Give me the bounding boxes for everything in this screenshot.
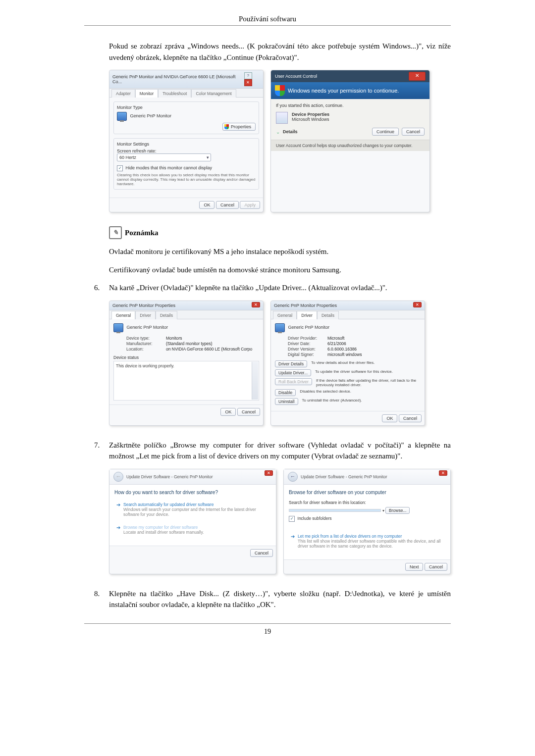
tabs-row: Adapter Monitor Troubleshoot Color Manag… [109, 89, 263, 98]
properties-button[interactable]: Properties [222, 123, 256, 131]
step-number: 7. [94, 440, 109, 462]
action-desc: To uninstall the driver (Advanced). [302, 398, 421, 403]
intro-paragraph: Pokud se zobrazí zpráva „Windows needs..… [84, 41, 451, 63]
option-sub: Windows will search your computer and th… [123, 507, 269, 517]
tab-general[interactable]: General [111, 311, 135, 319]
option-title: Browse my computer for driver software [123, 525, 204, 530]
monitor-name: Generic PnP Monitor [130, 113, 171, 118]
page-header: Používání softwaru [84, 15, 451, 26]
back-icon[interactable]: ← [113, 472, 123, 482]
close-icon[interactable]: ✕ [252, 302, 260, 307]
uac-app-vendor: Microsoft Windows [292, 117, 329, 122]
device-properties-driver: Generic PnP Monitor Properties ✕ General… [270, 301, 425, 426]
update-driver-button[interactable]: Update Driver... [275, 369, 311, 376]
close-icon[interactable]: ✕ [439, 470, 447, 476]
tab-adapter[interactable]: Adapter [111, 89, 135, 98]
dialog-title: Generic PnP Monitor Properties [112, 303, 175, 308]
ok-button[interactable]: OK [199, 201, 214, 209]
dialog-title: Generic PnP Monitor Properties [274, 303, 337, 308]
hide-modes-label: Hide modes that this monitor cannot disp… [126, 165, 213, 170]
kv-val: on NVIDIA GeForce 6600 LE (Microsoft Cor… [166, 347, 252, 352]
action-desc: Disables the selected device. [300, 389, 421, 394]
close-icon[interactable]: ✕ [409, 72, 426, 81]
hide-modes-checkbox[interactable]: ✓ [117, 165, 123, 171]
tab-details[interactable]: Details [317, 311, 339, 319]
refresh-rate-label: Screen refresh rate: [117, 149, 256, 153]
device-status-label: Device status [113, 355, 259, 360]
option-pick-from-list[interactable]: ➔ Let me pick from a list of device driv… [289, 532, 445, 551]
uac-cancel-button[interactable]: Cancel [402, 128, 425, 136]
step7-text: Zaškrtněte políčko „Browse my computer f… [109, 440, 451, 462]
cancel-button[interactable]: Cancel [216, 201, 239, 209]
note-p1: Ovladač monitoru je certifikovaný MS a j… [109, 246, 451, 257]
tab-troubleshoot[interactable]: Troubleshoot [158, 89, 191, 98]
update-driver-wizard-search: ✕ ← Update Driver Software - Generic PnP… [109, 469, 276, 574]
next-button[interactable]: Next [405, 563, 424, 571]
monitor-icon [275, 323, 285, 332]
hide-modes-desc: Clearing this check box allows you to se… [117, 173, 256, 186]
device-name: Generic PnP Monitor [127, 325, 168, 330]
option-title: Let me pick from a list of device driver… [298, 534, 443, 539]
uac-dialog: User Account Control ✕ Windows needs you… [270, 70, 430, 212]
monitor-icon [113, 323, 123, 332]
browse-button[interactable]: Browse... [385, 507, 410, 514]
kv-val: 6/21/2006 [327, 341, 346, 346]
kv-key: Device type: [126, 336, 166, 341]
disable-button[interactable]: Disable [275, 389, 296, 396]
back-icon[interactable]: ← [288, 472, 298, 482]
note-p2: Certifikovaný ovladač bude umístěn na do… [109, 264, 451, 276]
wizard-heading: How do you want to search for driver sof… [114, 490, 271, 495]
monitor-settings-label: Monitor Settings [117, 142, 256, 147]
option-search-auto[interactable]: ➔ Search automatically for updated drive… [114, 500, 271, 519]
uninstall-button[interactable]: Uninstall [275, 398, 298, 405]
location-label: Search for driver software in this locat… [289, 500, 445, 505]
action-desc: To update the driver software for this d… [315, 369, 421, 374]
kv-val: 6.0.6000.16386 [327, 347, 357, 352]
cancel-button[interactable]: Cancel [425, 563, 447, 571]
action-desc: If the device fails after updating the d… [316, 378, 421, 387]
refresh-rate-select[interactable]: 60 Hertz [117, 153, 211, 161]
ok-button[interactable]: OK [382, 414, 397, 422]
monitor-properties-dialog: Generic PnP Monitor and NVIDIA GeForce 6… [109, 70, 264, 212]
wizard-crumb: Update Driver Software - Generic PnP Mon… [301, 474, 387, 479]
step-number: 8. [94, 588, 109, 610]
kv-val: (Standard monitor types) [166, 341, 213, 346]
app-icon [276, 112, 288, 124]
kv-key: Location: [126, 347, 166, 352]
details-toggle[interactable]: Details [283, 129, 369, 134]
option-browse-computer[interactable]: ➔ Browse my computer for driver software… [114, 523, 271, 537]
tab-driver[interactable]: Driver [297, 311, 317, 319]
chevron-down-icon[interactable]: ⌄ [276, 129, 280, 135]
location-input[interactable] [289, 509, 381, 512]
ok-button[interactable]: OK [220, 408, 236, 416]
apply-button[interactable]: Apply [240, 201, 260, 209]
shield-icon [275, 85, 285, 96]
tab-monitor[interactable]: Monitor [135, 89, 158, 98]
rollback-driver-button[interactable]: Roll Back Driver [275, 378, 312, 385]
step6-text: Na kartě „Driver (Ovladač)" klepněte na … [109, 282, 451, 294]
kv-val: Microsoft [327, 336, 344, 341]
uac-title: User Account Control [275, 74, 317, 79]
close-icon[interactable]: ✕ [265, 470, 273, 476]
tab-driver[interactable]: Driver [135, 311, 156, 319]
cancel-button[interactable]: Cancel [399, 414, 422, 422]
tab-color-management[interactable]: Color Management [191, 89, 236, 98]
step8-text: Klepněte na tlačítko „Have Disk... (Z di… [109, 588, 451, 610]
cancel-button[interactable]: Cancel [237, 408, 260, 416]
include-label: Include subfolders [298, 516, 332, 521]
driver-details-button[interactable]: Driver Details [275, 360, 307, 367]
note-label: Poznámka [125, 229, 159, 237]
tab-general[interactable]: General [273, 311, 297, 319]
include-subfolders-checkbox[interactable]: ✓ [289, 516, 295, 522]
close-icon[interactable]: ✕ [413, 302, 422, 307]
tab-details[interactable]: Details [156, 311, 177, 319]
cancel-button[interactable]: Cancel [250, 549, 273, 557]
page-number: 19 [84, 623, 451, 636]
note-icon: ✎ [109, 226, 122, 239]
uac-footer: User Account Control helps stop unauthor… [271, 140, 429, 151]
kv-key: Driver Provider: [288, 336, 327, 341]
dialog-title: Generic PnP Monitor and NVIDIA GeForce 6… [112, 74, 244, 84]
kv-key: Driver Date: [288, 341, 327, 346]
continue-button[interactable]: Continue [372, 128, 399, 136]
uac-message: Windows needs your permission to contion… [288, 88, 399, 94]
